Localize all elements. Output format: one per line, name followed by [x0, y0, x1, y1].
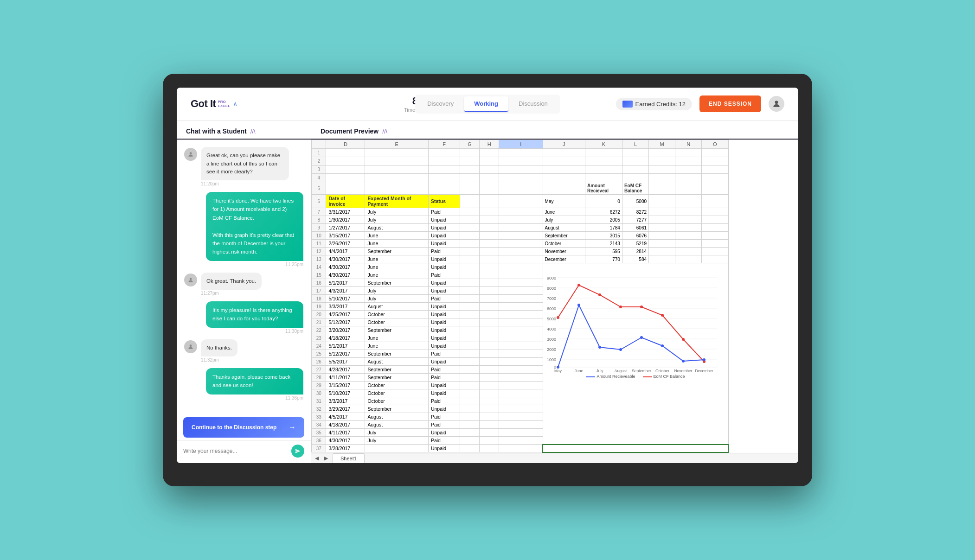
svg-point-0 [775, 101, 778, 104]
table-row: 144/30/2017JuneUnpaid [312, 263, 729, 271]
message-group-5: No thanks. 11:32pm [184, 339, 303, 363]
chat-messages: Great ok, can you please make a line cha… [177, 140, 311, 414]
chat-panel: Chat with a Student //\ Great ok, can yo… [177, 120, 311, 463]
col-k: K [585, 140, 622, 149]
svg-text:August: August [614, 369, 627, 373]
col-f: F [428, 140, 460, 149]
student-avatar-5 [184, 340, 197, 353]
continue-discussion-button[interactable]: Continue to the Discussion step → [183, 417, 304, 438]
send-button[interactable] [291, 445, 304, 458]
col-i: I [499, 140, 543, 149]
corner-cell [312, 140, 326, 149]
svg-point-46 [682, 360, 685, 363]
svg-text:5000: 5000 [547, 317, 556, 321]
table-row: 124/4/2017SeptemberPaidNovember5952814 [312, 248, 729, 255]
svg-text:October: October [655, 369, 669, 373]
logo-text: Got It [191, 98, 216, 110]
col-n: N [675, 140, 702, 149]
student-avatar-1 [184, 148, 197, 161]
svg-text:July: July [596, 369, 603, 373]
table-row: 81/30/2017JulyUnpaidJuly20057277 [312, 216, 729, 224]
logo-badge: PRO EXCEL [218, 100, 230, 108]
spreadsheet-wrapper[interactable]: D E F G H I J K L M N O [311, 140, 798, 463]
doc-title: Document Preview [321, 127, 378, 135]
message-group-6: Thanks again, please come back and see u… [184, 368, 303, 401]
line-chart: 9000 8000 7000 6000 5000 4000 3000 2000 … [543, 271, 719, 373]
chat-input[interactable] [183, 448, 288, 454]
svg-text:June: June [574, 369, 583, 373]
svg-point-47 [703, 358, 706, 361]
svg-point-41 [577, 304, 580, 306]
message-group-2: There it's done. We have two lines for 1… [184, 192, 303, 267]
header: Got It PRO EXCEL ∧ 8:54 Time Remaining D… [177, 88, 798, 120]
credits-label: Earned Credits: 12 [635, 101, 686, 108]
student-message-1: Great ok, can you please make a line cha… [184, 147, 303, 180]
svg-point-35 [619, 305, 622, 308]
table-row: 2 [312, 157, 729, 165]
tutor-bubble-2: There it's done. We have two lines for 1… [206, 192, 303, 261]
svg-point-34 [598, 293, 601, 296]
logo-area: Got It PRO EXCEL ∧ [191, 98, 256, 110]
svg-text:9000: 9000 [547, 276, 556, 280]
table-row: 154/30/2017JunePaid 9000 8000 7000 6000 … [312, 271, 729, 279]
svg-point-42 [598, 346, 601, 349]
sheet-tab-sheet1[interactable]: Sheet1 [333, 453, 365, 463]
svg-text:3000: 3000 [547, 337, 556, 342]
col-g: G [460, 140, 480, 149]
svg-text:November: November [674, 369, 692, 373]
tutor-bubble-4: It's my pleasure! Is there anything else… [206, 301, 303, 328]
spreadsheet-table: D E F G H I J K L M N O [311, 140, 729, 453]
sheet-tab-area: ◀ ▶ Sheet1 [311, 453, 798, 463]
nav-tabs: Discovery Working Discussion [415, 95, 560, 114]
col-o: O [702, 140, 728, 149]
table-row: 6 Date of invoice Expected Month of Paym… [312, 195, 729, 208]
table-row: 91/27/2017AugustUnpaidAugust17846061 [312, 224, 729, 232]
time-3: 11:27pm [201, 291, 303, 296]
svg-point-40 [557, 366, 559, 369]
main-content: Chat with a Student //\ Great ok, can yo… [177, 120, 798, 463]
col-m: M [649, 140, 675, 149]
table-row: 1 [312, 149, 729, 157]
continue-btn-label: Continue to the Discussion step [192, 424, 276, 431]
svg-point-38 [682, 338, 685, 341]
student-bubble-5: No thanks. [201, 339, 237, 356]
tab-discovery[interactable]: Discovery [417, 96, 464, 112]
credits-card-icon [622, 101, 633, 108]
svg-text:September: September [632, 369, 651, 373]
prev-sheet-btn[interactable]: ◀ [311, 453, 322, 463]
message-group-3: Ok great. Thank you. 11:27pm [184, 273, 303, 296]
tab-working[interactable]: Working [464, 96, 508, 112]
user-avatar[interactable] [769, 96, 784, 112]
chart-legend: Amount Recieveable EoM CF Balance [543, 373, 728, 381]
table-row: 4 [312, 174, 729, 182]
svg-text:May: May [554, 369, 562, 373]
svg-text:4000: 4000 [547, 327, 556, 331]
svg-text:1000: 1000 [547, 357, 556, 362]
tutor-bubble-6: Thanks again, please come back and see u… [206, 368, 303, 395]
table-row: 73/31/2017JulyPaidJune62728272 [312, 208, 729, 216]
time-1: 11:20pm [201, 181, 303, 186]
next-sheet-btn[interactable]: ▶ [322, 453, 330, 463]
student-message-3: Ok great. Thank you. [184, 273, 303, 290]
time-5: 11:32pm [201, 357, 303, 363]
svg-point-44 [640, 336, 643, 339]
table-row: 3 [312, 165, 729, 174]
doc-header: Document Preview //\ [311, 120, 798, 140]
table-row: 112/26/2017JuneUnpaidOctober21435219 [312, 240, 729, 248]
svg-point-33 [577, 284, 580, 286]
svg-point-37 [661, 314, 664, 317]
col-l: L [622, 140, 648, 149]
tutor-message-2: There it's done. We have two lines for 1… [184, 192, 303, 261]
arrow-right-icon: → [289, 423, 296, 432]
doc-header-icon: //\ [382, 128, 387, 135]
tab-discussion[interactable]: Discussion [508, 96, 558, 112]
tutor-message-4: It's my pleasure! Is there anything else… [184, 301, 303, 328]
time-2: 11:25pm [184, 262, 303, 267]
col-h: H [480, 140, 499, 149]
doc-panel: Document Preview //\ D E F G [311, 120, 798, 463]
svg-text:8000: 8000 [547, 286, 556, 291]
table-row: 373/28/2017Unpaid [312, 445, 729, 452]
end-session-button[interactable]: END SESSION [699, 95, 761, 112]
svg-point-3 [190, 344, 192, 347]
logo-excel: EXCEL [218, 104, 230, 108]
